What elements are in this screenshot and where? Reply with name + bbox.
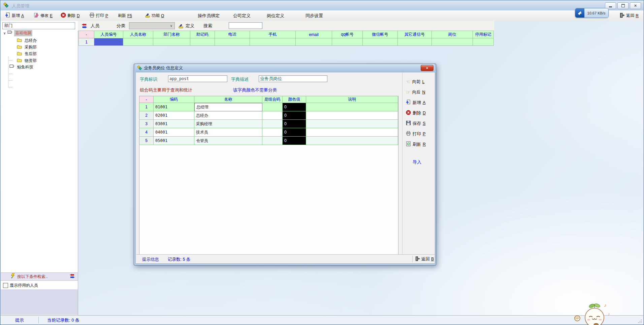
- grid-cell[interactable]: [332, 38, 363, 46]
- table-row: 4 04001 技术员 0: [139, 128, 398, 137]
- grid-cell[interactable]: [473, 38, 494, 46]
- edit-button[interactable]: 修改E: [33, 12, 54, 20]
- note-cell[interactable]: [306, 111, 398, 120]
- name-cell[interactable]: 技术员: [194, 128, 262, 137]
- note-cell[interactable]: [306, 137, 398, 145]
- add-row-button[interactable]: 新增A: [406, 99, 425, 107]
- dialog-return-button[interactable]: 返回B: [415, 255, 434, 263]
- refresh-icon: [406, 141, 411, 147]
- search-condition-header[interactable]: 按以下条件检索..: [1, 273, 78, 281]
- code-cell[interactable]: 03001: [154, 120, 194, 128]
- next-button[interactable]: ☞ 向后N: [406, 88, 425, 96]
- print-icon: [406, 131, 411, 137]
- return-button[interactable]: 返回R: [620, 12, 639, 20]
- grid-cell[interactable]: [296, 38, 332, 46]
- window-title: 人员管理: [12, 3, 29, 9]
- code-cell[interactable]: 05001: [154, 137, 194, 145]
- name-cell[interactable]: 仓管员: [194, 137, 262, 145]
- tree-node-dept-3[interactable]: 售后部: [17, 50, 38, 57]
- show-disabled-checkbox[interactable]: [3, 283, 8, 288]
- menu-company-define[interactable]: 公司定义: [233, 12, 251, 20]
- print-button[interactable]: 打印P: [406, 130, 425, 138]
- row-number-cell[interactable]: 3: [139, 120, 154, 128]
- add-button[interactable]: 新增A: [4, 12, 25, 20]
- code-cell[interactable]: 02001: [154, 111, 194, 120]
- department-header: 部门: [2, 22, 75, 29]
- swap-arrows-icon[interactable]: [81, 22, 88, 29]
- color-value-cell[interactable]: 0: [283, 111, 306, 120]
- grid-cell-selected[interactable]: [94, 38, 123, 46]
- chevron-expanded-icon[interactable]: ∨: [3, 31, 6, 35]
- grid-cell[interactable]: [250, 38, 296, 46]
- category-dropdown[interactable]: ∨: [129, 22, 175, 29]
- grid-cell[interactable]: [153, 38, 190, 46]
- row-number-cell[interactable]: 4: [139, 128, 154, 137]
- grid-cell[interactable]: [363, 38, 398, 46]
- code-cell[interactable]: 01001: [154, 103, 194, 111]
- combo-cell[interactable]: [262, 120, 283, 128]
- delete-button[interactable]: 删除D: [60, 12, 81, 20]
- combo-cell[interactable]: [262, 137, 283, 145]
- maximize-button[interactable]: [617, 2, 629, 9]
- print-button[interactable]: 打印P: [88, 12, 109, 20]
- menu-post-define[interactable]: 岗位定义: [267, 12, 284, 20]
- row-number-cell[interactable]: 2: [139, 111, 154, 120]
- grid-cell[interactable]: [123, 38, 153, 46]
- note-cell[interactable]: [306, 128, 398, 137]
- import-link[interactable]: 导入: [413, 159, 421, 165]
- menu-sync-settings[interactable]: 同步设置: [305, 12, 323, 20]
- close-icon: ×: [426, 66, 428, 70]
- refresh-button[interactable]: 刷新R: [406, 140, 426, 148]
- tree-node-dept-4[interactable]: 物资部: [17, 57, 38, 64]
- tree-node-dept-1[interactable]: 总经办: [17, 37, 38, 44]
- close-button[interactable]: ×: [630, 2, 641, 9]
- refresh-button[interactable]: 刷新F5: [117, 12, 133, 20]
- color-value-cell[interactable]: 0: [283, 120, 306, 128]
- delete-row-button[interactable]: 删除D: [406, 109, 426, 117]
- dict-desc-input[interactable]: [259, 75, 327, 82]
- define-button[interactable]: 定义: [186, 22, 194, 29]
- name-cell[interactable]: 采购经理: [194, 120, 262, 128]
- tree-node-company-1[interactable]: ∨ 嘉裕电脑: [3, 30, 32, 36]
- name-cell[interactable]: 总经理: [194, 103, 262, 111]
- search-label: 搜索: [203, 22, 212, 29]
- show-disabled-label: 显示停用的人员: [10, 283, 38, 288]
- note-cell[interactable]: [306, 120, 398, 128]
- search-input[interactable]: [229, 22, 262, 29]
- tree-node-company-2[interactable]: 鲸鱼科技: [9, 64, 34, 70]
- save-button[interactable]: 保存S: [406, 119, 425, 128]
- swap-arrows-icon[interactable]: [69, 274, 75, 280]
- resize-grip[interactable]: [638, 320, 642, 323]
- code-cell[interactable]: 04001: [154, 128, 194, 137]
- dialog-status-bar: 提示信息 记录数: 5 条 返回B: [136, 254, 435, 263]
- exit-door-icon: [415, 256, 420, 262]
- color-value-cell[interactable]: 0: [283, 137, 306, 145]
- color-value-cell[interactable]: 0: [283, 103, 306, 111]
- dialog-close-button[interactable]: ×: [421, 65, 433, 71]
- grid-cell[interactable]: [432, 38, 473, 46]
- row-number-cell[interactable]: 5: [139, 137, 154, 145]
- combo-cell[interactable]: [262, 103, 283, 111]
- ime-indicator[interactable]: 中: [574, 315, 580, 321]
- toolbar: 新增A 修改E 删除D 打印P 刷新F5 功能O 操作员绑定 公司定义 岗位定义…: [1, 10, 643, 21]
- grid-cell[interactable]: [398, 38, 432, 46]
- status-hint-label: 提示: [15, 317, 24, 323]
- name-cell[interactable]: 总经办: [194, 111, 262, 120]
- color-value-cell[interactable]: 0: [283, 128, 306, 137]
- note-cell[interactable]: [306, 103, 398, 111]
- function-button[interactable]: 功能O: [144, 12, 165, 20]
- menu-operator-binding[interactable]: 操作员绑定: [198, 12, 220, 20]
- prev-button[interactable]: ☜ 向前L: [406, 78, 424, 86]
- row-number-cell[interactable]: 1: [79, 38, 94, 46]
- grid-cell[interactable]: [190, 38, 215, 46]
- tree-node-dept-2[interactable]: 采购部: [17, 44, 38, 50]
- dict-id-input[interactable]: [168, 75, 227, 82]
- combo-cell[interactable]: [262, 128, 283, 137]
- network-speed-widget[interactable]: 10.67 KB/s: [575, 8, 609, 18]
- row-number-cell[interactable]: 1: [139, 103, 154, 111]
- grid-cell[interactable]: [215, 38, 250, 46]
- person-tab-label[interactable]: 人员: [91, 22, 99, 29]
- app-icon: [3, 3, 9, 9]
- show-disabled-row[interactable]: 显示停用的人员: [1, 281, 38, 289]
- combo-cell[interactable]: [262, 111, 283, 120]
